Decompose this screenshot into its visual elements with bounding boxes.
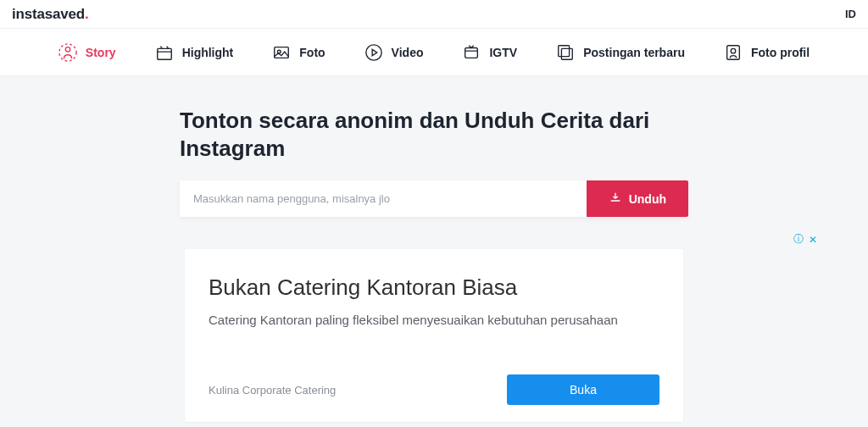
nav-igtv[interactable]: IGTV (462, 43, 517, 62)
igtv-icon (462, 43, 481, 62)
svg-rect-8 (562, 48, 573, 59)
nav-story[interactable]: Story (58, 43, 116, 62)
nav-label: Foto (299, 46, 325, 59)
svg-point-0 (65, 47, 70, 52)
hero: Tonton secara anonim dan Unduh Cerita da… (180, 107, 688, 217)
story-icon (58, 43, 77, 62)
photo-icon (272, 43, 291, 62)
svg-rect-7 (559, 45, 570, 56)
ad-subtitle: Catering Kantoran paling fleksibel menye… (209, 313, 659, 327)
ad-card[interactable]: Bukan Catering Kantoran Biasa Catering K… (185, 249, 683, 422)
svg-rect-9 (727, 45, 740, 59)
nav-label: Video (392, 46, 424, 59)
ad-title: Bukan Catering Kantoran Biasa (209, 274, 659, 301)
ad-info-icon[interactable]: ⓘ (793, 232, 804, 247)
ad-footer: Kulina Corporate Catering Buka (209, 374, 659, 405)
nav-highlight[interactable]: Highlight (155, 43, 234, 62)
language-label: ID (845, 8, 856, 20)
download-label: Unduh (629, 192, 666, 206)
svg-point-10 (731, 48, 736, 53)
profile-icon (724, 43, 743, 62)
nav-label: Postingan terbaru (583, 46, 685, 59)
nav-label: Story (86, 46, 116, 59)
search-bar: Unduh (180, 180, 688, 217)
logo-text: instasaved (12, 6, 85, 22)
svg-point-5 (365, 44, 381, 59)
nav-label: Foto profil (751, 46, 810, 59)
top-bar: instasaved. ID (0, 0, 868, 29)
logo-dot: . (85, 6, 89, 22)
username-input[interactable] (180, 180, 587, 217)
ad-brand: Kulina Corporate Catering (209, 384, 336, 396)
video-icon (364, 43, 383, 62)
nav-foto[interactable]: Foto (272, 43, 325, 62)
main-nav: Story Highlight Foto Video IGTV Postinga… (0, 29, 868, 76)
nav-label: Highlight (182, 46, 234, 59)
download-button[interactable]: Unduh (587, 180, 688, 217)
page-title: Tonton secara anonim dan Unduh Cerita da… (180, 107, 688, 162)
nav-label: IGTV (489, 46, 517, 59)
recent-icon (556, 43, 575, 62)
logo[interactable]: instasaved. (12, 6, 88, 23)
highlight-icon (155, 43, 174, 62)
nav-video[interactable]: Video (364, 43, 424, 62)
language-selector[interactable]: ID (845, 8, 856, 20)
ad-container: ⓘ ✕ Bukan Catering Kantoran Biasa Cateri… (0, 229, 868, 422)
ad-close-icon[interactable]: ✕ (809, 234, 817, 246)
nav-profile[interactable]: Foto profil (724, 43, 810, 62)
nav-recent[interactable]: Postingan terbaru (556, 43, 685, 62)
svg-rect-2 (157, 48, 171, 59)
svg-rect-6 (465, 47, 478, 58)
ad-cta-button[interactable]: Buka (507, 374, 659, 405)
download-icon (609, 191, 622, 207)
main: Tonton secara anonim dan Unduh Cerita da… (0, 107, 868, 422)
ad-controls: ⓘ ✕ (793, 232, 817, 247)
